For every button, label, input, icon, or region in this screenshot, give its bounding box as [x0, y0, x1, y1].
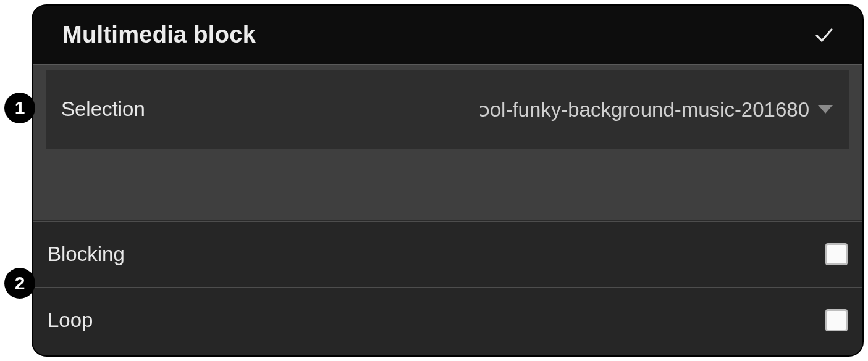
- blocking-label: Blocking: [48, 243, 125, 266]
- loop-checkbox[interactable]: [825, 309, 848, 331]
- panel-header: Multimedia block: [33, 6, 862, 65]
- loop-label: Loop: [48, 309, 93, 332]
- spacer: [33, 149, 862, 220]
- annotation-badge-1: 1: [4, 93, 35, 123]
- blocking-row: Blocking: [33, 221, 862, 287]
- selection-dropdown[interactable]: Selection ᴐol-funky-background-music-201…: [46, 70, 849, 149]
- selection-section: Selection ᴐol-funky-background-music-201…: [33, 65, 862, 221]
- blocking-checkbox[interactable]: [825, 243, 848, 265]
- selection-label: Selection: [61, 98, 145, 121]
- chevron-down-icon: [818, 105, 833, 114]
- confirm-icon[interactable]: [813, 24, 835, 46]
- selection-value: ᴐol-funky-background-music-201680: [479, 98, 809, 122]
- panel-title: Multimedia block: [62, 22, 256, 48]
- loop-row: Loop: [33, 287, 862, 353]
- multimedia-block-panel: Multimedia block Selection ᴐol-funky-bac…: [32, 4, 864, 357]
- selection-value-wrap: ᴐol-funky-background-music-201680: [364, 98, 833, 122]
- annotation-badge-2: 2: [4, 268, 35, 299]
